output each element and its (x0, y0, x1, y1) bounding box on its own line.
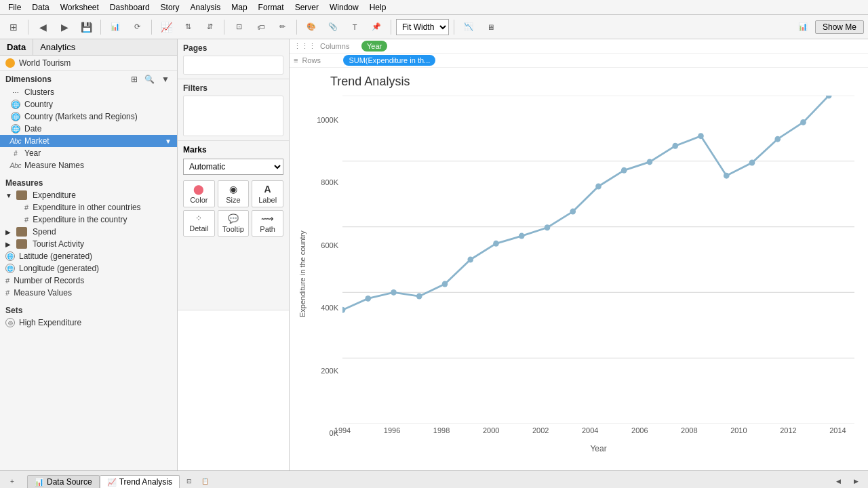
data-point-2 (391, 289, 397, 296)
toolbar-sep-7 (454, 20, 454, 35)
measure-expenditure-group[interactable]: ▼ Expenditure (0, 189, 177, 201)
dim-year[interactable]: # Year (0, 147, 177, 159)
dimensions-search-btn[interactable]: 🔍 (142, 74, 157, 85)
toolbar-annotation-btn[interactable]: 📎 (323, 18, 342, 36)
data-point-4 (442, 281, 448, 287)
trend-tab-icon: 📈 (107, 478, 117, 487)
y-ticks: 1000K 800K 600K 400K 200K 0K (309, 116, 342, 437)
fit-dropdown[interactable]: Fit Width (396, 19, 449, 35)
menu-dashboard[interactable]: Dashboard (104, 1, 155, 14)
menu-analysis[interactable]: Analysis (185, 1, 226, 14)
marks-type-select[interactable]: Automatic (183, 159, 283, 175)
chart-title: Trend Analysis (296, 75, 854, 89)
toolbar-extract-btn[interactable]: ⟳ (127, 18, 146, 36)
toolbar-grid-icon[interactable]: ⊞ (4, 18, 23, 36)
menu-map[interactable]: Map (226, 1, 252, 14)
toolbar-sort-asc-btn[interactable]: ⇅ (178, 18, 197, 36)
dim-measure-names[interactable]: Abc Measure Names (0, 159, 177, 171)
rows-pill[interactable]: SUM(Expenditure in th... (343, 55, 435, 66)
tab-data-source[interactable]: 📊 Data Source (27, 475, 100, 488)
measure-longitude[interactable]: 🌐 Longitude (generated) (0, 262, 177, 274)
label-icon: A (264, 184, 271, 195)
toolbar-pin-btn[interactable]: 📌 (367, 18, 386, 36)
toolbar-sep-5 (296, 20, 297, 35)
data-point-17 (774, 136, 781, 142)
toolbar-stats-btn[interactable]: 📉 (459, 18, 478, 36)
marks-path-btn[interactable]: ⟿ Path (252, 210, 283, 237)
dimensions-grid-btn[interactable]: ⊞ (129, 74, 140, 85)
menu-server[interactable]: Server (290, 1, 324, 14)
menu-worksheet[interactable]: Worksheet (55, 1, 104, 14)
measure-latitude[interactable]: 🌐 Latitude (generated) (0, 250, 177, 262)
data-source-row: World Tourism (0, 56, 177, 71)
dim-date[interactable]: 🌐 Date (0, 123, 177, 135)
measure-spend-group[interactable]: ▶ Spend (0, 226, 177, 238)
toolbar-device-btn[interactable]: 🖥 (481, 18, 500, 36)
data-tab[interactable]: Data (0, 39, 33, 55)
tab-trend-analysis[interactable]: 📈 Trend Analysis (100, 475, 180, 488)
menu-data[interactable]: Data (26, 1, 54, 14)
marks-drop-area[interactable] (178, 310, 289, 471)
filters-drop-area[interactable] (183, 96, 283, 136)
pages-drop-area[interactable] (183, 56, 283, 75)
toolbar-new-ds-btn[interactable]: 📊 (106, 18, 125, 36)
dim-market[interactable]: Abc Market ▼ (0, 135, 177, 147)
marks-tooltip-btn[interactable]: 💬 Tooltip (218, 210, 250, 237)
measure-tourist-group[interactable]: ▶ Tourist Activity (0, 238, 177, 250)
measure-num-records[interactable]: # Number of Records (0, 274, 177, 287)
show-me-icon[interactable]: 📊 (793, 18, 812, 36)
dim-country-markets[interactable]: 🌐 Country (Markets and Regions) (0, 110, 177, 123)
sets-section-header: Sets (0, 303, 177, 317)
dimensions-menu-btn[interactable]: ▼ (159, 74, 172, 85)
tab-duplicate-btn[interactable]: ⊡ (182, 474, 196, 488)
menu-file[interactable]: File (3, 1, 26, 14)
menu-story[interactable]: Story (155, 1, 185, 14)
dim-clusters[interactable]: ⋯ Clusters (0, 86, 177, 98)
toolbar-highlight-btn[interactable]: ✏ (273, 18, 292, 36)
tab-trend-analysis-label: Trend Analysis (119, 477, 172, 487)
toolbar-bar-chart-btn[interactable]: 📈 (157, 18, 176, 36)
marks-size-btn[interactable]: ◉ Size (218, 180, 250, 207)
set-high-expenditure[interactable]: ◎ High Expenditure (0, 317, 177, 329)
measure-exp-country[interactable]: # Expenditure in the country (0, 214, 177, 226)
x-tick-2014: 2014 (829, 426, 846, 444)
marks-color-btn[interactable]: ⬤ Color (183, 180, 215, 207)
rows-icon: ≡ (294, 56, 298, 64)
marks-detail-label: Detail (189, 224, 208, 232)
tab-new-sheet-btn[interactable]: + (5, 474, 19, 488)
toolbar-text-btn[interactable]: T (345, 18, 364, 36)
nav-left-btn[interactable]: ◀ (831, 474, 845, 488)
chart-with-axes: Expenditure in the country 1000K 800K 60… (296, 96, 854, 458)
expenditure-group-label: Expenditure (33, 190, 76, 200)
toolbar-save-btn[interactable]: 💾 (77, 18, 96, 36)
tab-add-story-btn[interactable]: 📋 (199, 474, 212, 488)
analytics-tab[interactable]: Analytics (33, 39, 82, 55)
columns-pill[interactable]: Year (361, 41, 387, 52)
filters-section: Filters (178, 79, 289, 141)
marks-detail-btn[interactable]: ⁘ Detail (183, 210, 215, 237)
toolbar-sort-desc-btn[interactable]: ⇵ (200, 18, 219, 36)
toolbar-color-btn[interactable]: 🎨 (302, 18, 321, 36)
toolbar-group-btn[interactable]: ⊡ (229, 18, 248, 36)
menu-format[interactable]: Format (253, 1, 290, 14)
menu-help[interactable]: Help (364, 1, 392, 14)
toolbar-forward-btn[interactable]: ▶ (55, 18, 74, 36)
marks-label-btn[interactable]: A Label (252, 180, 283, 207)
dim-market-dropdown-icon[interactable]: ▼ (165, 138, 172, 145)
menu-window[interactable]: Window (324, 1, 364, 14)
data-point-8 (545, 224, 551, 230)
toolbar-back-btn[interactable]: ◀ (33, 18, 52, 36)
tourist-group-label: Tourist Activity (33, 239, 84, 249)
dim-country[interactable]: 🌐 Country (0, 98, 177, 110)
toolbar-label-btn[interactable]: 🏷 (251, 18, 270, 36)
measure-exp-other[interactable]: # Expenditure in other countries (0, 201, 177, 214)
measure-measure-values[interactable]: # Measure Values (0, 287, 177, 299)
tab-controls: ⊡ 📋 (182, 474, 212, 488)
rows-shelf: ≡ Rows SUM(Expenditure in th... (290, 54, 868, 68)
toolbar-sep-3 (151, 20, 152, 35)
left-panel: Data Analytics World Tourism Dimensions … (0, 39, 178, 470)
nav-right-btn[interactable]: ▶ (849, 474, 863, 488)
toolbar-sep-6 (391, 20, 391, 35)
show-me-button[interactable]: Show Me (815, 20, 864, 34)
main-layout: Data Analytics World Tourism Dimensions … (0, 39, 868, 470)
